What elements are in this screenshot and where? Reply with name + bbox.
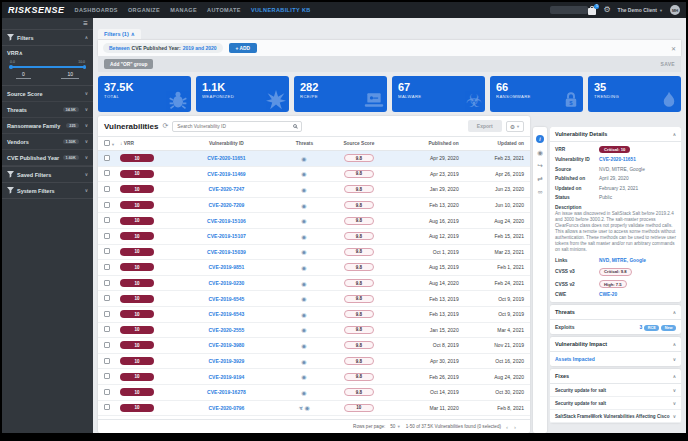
- link-tab-icon[interactable]: ∞: [538, 188, 543, 195]
- kpi-weaponized[interactable]: 1.1K WEAPONIZED: [196, 76, 289, 112]
- table-settings-button[interactable]: ⚙ ▼: [506, 121, 524, 132]
- column-source-score[interactable]: Source Score: [328, 141, 390, 146]
- facet-row[interactable]: Ransomware Family 225 ∨: [2, 118, 93, 134]
- select-all-checkbox[interactable]: ▼: [104, 140, 120, 147]
- kpi-trending[interactable]: 35 TRENDING: [588, 76, 681, 112]
- impact-header[interactable]: Vulnerability Impact ∧: [550, 337, 681, 352]
- rows-per-page-select[interactable]: 50 ▼: [390, 424, 400, 429]
- fix-item[interactable]: Security update for salt ∨: [550, 397, 681, 410]
- cve-link[interactable]: CVE-2020-2555: [172, 327, 281, 333]
- table-row[interactable]: 10 CVE-2019-9851 ◉ 9.8 Aug 15, 2019 Feb …: [98, 260, 530, 276]
- filter-chip[interactable]: Between CVE Published Year: 2019 and 202…: [103, 43, 223, 53]
- cve-link[interactable]: CVE-2019-3929: [172, 358, 281, 364]
- row-checkbox[interactable]: [104, 326, 110, 332]
- cve-link[interactable]: CVE-2019-0230: [172, 280, 281, 286]
- search-box[interactable]: [172, 121, 302, 132]
- next-page-icon[interactable]: ›: [514, 424, 522, 430]
- share-tab-icon[interactable]: ↪: [537, 162, 542, 169]
- nav-menu-item[interactable]: AUTOMATE: [207, 7, 241, 13]
- search-input[interactable]: [177, 124, 293, 129]
- row-checkbox[interactable]: [104, 311, 110, 317]
- fix-item[interactable]: Security update for salt ∨: [550, 384, 681, 397]
- refresh-icon[interactable]: ⟳: [162, 122, 168, 130]
- info-tab-icon[interactable]: i: [536, 135, 544, 143]
- column-threats[interactable]: Threats: [281, 141, 328, 146]
- assets-impacted-link[interactable]: Assets Impacted ∨: [550, 352, 681, 366]
- row-checkbox[interactable]: [104, 233, 110, 239]
- cve-link[interactable]: CVE-2019-15039: [172, 249, 281, 255]
- kpi-rce-pe[interactable]: 282 RCE/PE: [294, 76, 387, 112]
- table-row[interactable]: 10 CVE-2019-0230 ◉ 9.8 Aug 14, 2020 Feb …: [98, 276, 530, 292]
- row-checkbox[interactable]: [104, 342, 110, 348]
- filters-tab[interactable]: Filters (1) ∧: [98, 29, 141, 39]
- cve-link[interactable]: CVE-2020-7209: [172, 202, 281, 208]
- cve-link[interactable]: CVE-2019-15107: [172, 233, 281, 239]
- row-checkbox[interactable]: [104, 358, 110, 364]
- row-checkbox[interactable]: [104, 170, 110, 176]
- slider-handle-min[interactable]: [9, 65, 13, 69]
- row-checkbox[interactable]: [104, 295, 110, 301]
- column-vrr[interactable]: ↓ VRR: [120, 141, 172, 146]
- table-row[interactable]: 10 CVE-2019-9194 ◉ 9.8 Feb 26, 2019 Aug …: [98, 369, 530, 385]
- table-row[interactable]: 10 CVE-2020-7247 ◉ 9.8 Jan 29, 2020 Jun …: [98, 182, 530, 198]
- table-row[interactable]: 10 CVE-2019-6545 ◉ 9.8 Feb 13, 2019 Oct …: [98, 291, 530, 307]
- table-row[interactable]: 10 CVE-2019-15039 ◉ 9.8 Oct 1, 2019 Mar …: [98, 245, 530, 261]
- column-vulnerability-id[interactable]: Vulnerability ID: [172, 141, 281, 146]
- kpi-ransomware[interactable]: 66 RANSOMWARE $: [490, 76, 583, 112]
- table-row[interactable]: 10 CVE-2019-16278 ◉ 9.8 Oct 14, 2019 Oct…: [98, 385, 530, 401]
- cve-link[interactable]: CVE-2019-15106: [172, 218, 281, 224]
- row-checkbox[interactable]: [104, 280, 110, 286]
- row-checkbox[interactable]: [104, 202, 110, 208]
- cve-link[interactable]: CVE-2019-6545: [172, 296, 281, 302]
- export-button[interactable]: Export: [468, 120, 502, 132]
- cve-link[interactable]: CVE-2019-9851: [172, 264, 281, 270]
- settings-gear-icon[interactable]: ⚙: [603, 6, 610, 14]
- kpi-malware[interactable]: 67 MALWARE ☣: [392, 76, 485, 112]
- threats-tab-icon[interactable]: ◉: [537, 149, 543, 156]
- cwe-link[interactable]: CWE-20: [599, 292, 617, 297]
- table-row[interactable]: 10 CVE-2019-3980 ◉ 9.8 Oct 8, 2019 Nov 2…: [98, 338, 530, 354]
- nav-menu-item[interactable]: MANAGE: [170, 7, 197, 13]
- cve-link[interactable]: CVE-2020-11651: [172, 155, 281, 161]
- vrr-facet-header[interactable]: VRR ∧: [2, 46, 93, 58]
- facet-row[interactable]: Vendors 1.50K ∨: [2, 134, 93, 150]
- cve-link[interactable]: CVE-2019-3980: [172, 342, 281, 348]
- facet-row[interactable]: Source Score ∨: [2, 86, 93, 102]
- table-row[interactable]: 10 CVE-2019-15106 ◉ 9.8 Aug 16, 2019 Aug…: [98, 213, 530, 229]
- row-checkbox[interactable]: [104, 155, 110, 161]
- vrr-from-input[interactable]: 0: [16, 71, 31, 79]
- client-selector[interactable]: The Demo Client ▼: [618, 7, 663, 13]
- column-updated-on[interactable]: Updated on: [459, 141, 524, 146]
- marketplace-bag-icon[interactable]: 5: [588, 6, 596, 15]
- details-header[interactable]: Vulnerability Details ∧: [550, 127, 681, 142]
- row-checkbox[interactable]: [104, 373, 110, 379]
- close-filters-icon[interactable]: ✕: [671, 45, 676, 52]
- user-avatar[interactable]: MH: [670, 5, 680, 15]
- nav-menu-item[interactable]: ORGANIZE: [128, 7, 160, 13]
- vrr-range-slider[interactable]: [10, 65, 85, 68]
- system-filters-row[interactable]: System Filters ∨: [2, 183, 93, 199]
- cve-link[interactable]: CVE-2020-7247: [172, 186, 281, 192]
- slider-handle-max[interactable]: [83, 65, 87, 69]
- cve-link[interactable]: CVE-2019-9194: [172, 374, 281, 380]
- sidebar-collapse-icon[interactable]: ≡: [2, 18, 93, 29]
- facet-row[interactable]: Threats 34.9K ∨: [2, 102, 93, 118]
- threats-header[interactable]: Threats ∧: [550, 305, 681, 320]
- table-row[interactable]: 10 CVE-2020-7209 ◉ 9.8 Feb 13, 2020 Jun …: [98, 198, 530, 214]
- nav-menu-item[interactable]: VULNERABILITY KB: [251, 7, 311, 13]
- row-checkbox[interactable]: [104, 264, 110, 270]
- save-filter-button[interactable]: SAVE: [661, 61, 675, 67]
- row-checkbox[interactable]: [104, 186, 110, 192]
- vrr-to-input[interactable]: 10: [61, 71, 79, 79]
- table-row[interactable]: 10 CVE-2019-11469 ◉ 9.8 Apr 23, 2019 Apr…: [98, 167, 530, 183]
- cve-link[interactable]: CVE-2019-16278: [172, 389, 281, 395]
- row-checkbox[interactable]: [104, 217, 110, 223]
- cve-link[interactable]: CVE-2020-0796: [172, 405, 281, 411]
- table-row[interactable]: 10 CVE-2019-3929 ◉ 9.8 Apr 30, 2019 Oct …: [98, 354, 530, 370]
- table-row[interactable]: 10 CVE-2020-11651 ◉ 9.8 Apr 29, 2020 Feb…: [98, 151, 530, 167]
- detail-cve-link[interactable]: CVE-2020-11651: [599, 157, 636, 162]
- row-checkbox[interactable]: [104, 389, 110, 395]
- table-row[interactable]: 10 CVE-2019-15107 ◉ 9.8 Aug 12, 2019 Feb…: [98, 229, 530, 245]
- column-published-on[interactable]: Published on: [390, 141, 459, 146]
- row-checkbox[interactable]: [104, 404, 110, 410]
